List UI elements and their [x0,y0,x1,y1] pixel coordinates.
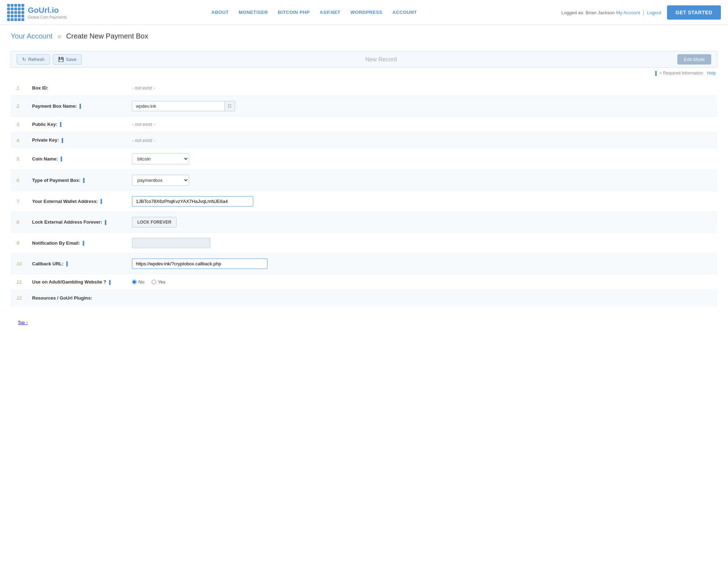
nav-wordpress[interactable]: WORDPRESS [351,10,383,15]
notification-email-input[interactable] [132,238,210,248]
required-indicator [83,241,84,246]
required-indicator [62,138,63,143]
row-num-9: 9. [11,233,29,253]
row-num-4: 4. [11,132,29,148]
table-row: 5. Coin Name: bitcoin litecoin dogecoin … [11,148,717,169]
radio-yes[interactable] [152,280,156,284]
list-icon[interactable]: ☷ [225,101,235,111]
row-value-type-of-payment-box: paymentbox donationbox invoicebox [128,169,717,191]
toolbar-center-label: New Record [85,56,677,63]
radio-no[interactable] [132,280,137,284]
my-account-link[interactable]: My Account [616,10,640,15]
lock-forever-button[interactable]: LOCK FOREVER [132,217,177,228]
required-indicator [83,178,85,183]
radio-yes-label[interactable]: Yes [152,279,166,285]
row-label-private-key: Private Key: [29,132,128,148]
required-indicator [80,104,81,109]
type-of-payment-box-select[interactable]: paymentbox donationbox invoicebox [132,175,189,186]
table-row: 3. Public Key: - not exist - [11,116,717,132]
header-links: My Account | Logout [616,10,661,15]
row-value-resources [128,290,717,306]
row-label-coin-name: Coin Name: [29,148,128,169]
radio-no-label[interactable]: No [132,279,144,285]
row-label-resources: Resources / GoUrl Plugins: [29,290,128,306]
top-link[interactable]: Top ↑ [18,320,28,325]
row-label-wallet-address: Your External Wallet Address: [29,191,128,211]
row-label-callback-url: Callback URL: [29,253,128,274]
row-value-adult-gambling: No Yes [128,274,717,290]
footer-top: Top ↑ [11,317,717,329]
header: GoUrl.io Global Coin Payments ABOUT MONE… [0,0,728,25]
table-row: 12. Resources / GoUrl Plugins: [11,290,717,306]
row-label-notification-email: Notification By Email: [29,233,128,253]
row-num-12: 12. [11,290,29,306]
logo-icon [7,4,24,21]
required-indicator [66,261,68,266]
breadcrumb: Your Account » Create New Payment Box [0,25,728,47]
row-value-public-key: - not exist - [128,116,717,132]
required-indicator [61,157,62,162]
nav-monetiser[interactable]: MONETISER [239,10,268,15]
private-key-value: - not exist - [132,138,155,143]
nav-asp-net[interactable]: ASP.NET [320,10,340,15]
save-icon: 💾 [58,57,64,62]
table-row: 4. Private Key: - not exist - [11,132,717,148]
payment-box-name-input[interactable] [132,101,225,111]
callback-url-input[interactable] [132,259,268,269]
required-indicator [109,280,111,285]
main-content: ↻ Refresh 💾 Save New Record Edit Mode = … [0,47,728,343]
refresh-button[interactable]: ↻ Refresh [17,54,50,65]
row-num-8: 8. [11,211,29,233]
nav-about[interactable]: ABOUT [212,10,229,15]
logout-link[interactable]: Logout [647,10,661,15]
row-num-2: 2. [11,96,29,116]
logo-text: GoUrl.io [28,6,67,15]
table-row: 7. Your External Wallet Address: [11,191,717,211]
row-value-coin-name: bitcoin litecoin dogecoin dash ethereum [128,148,717,169]
coin-name-select[interactable]: bitcoin litecoin dogecoin dash ethereum [132,153,189,164]
row-label-box-id: Box ID: [29,80,128,96]
row-value-payment-box-name: ☷ [128,96,717,116]
row-label-adult-gambling: Use on Adult/Gambling Website ? [29,274,128,290]
row-num-5: 5. [11,148,29,169]
row-num-3: 3. [11,116,29,132]
required-indicator [105,220,106,225]
row-num-6: 6. [11,169,29,191]
save-button[interactable]: 💾 Save [53,54,82,65]
logged-as-text: Logged as: Brian Jackson [561,10,615,15]
row-value-wallet-address [128,191,717,211]
table-row: 8. Lock External Address Forever: LOCK F… [11,211,717,233]
required-marker-icon [655,71,657,76]
wallet-address-input[interactable] [132,196,253,207]
nav-account[interactable]: ACCOUNT [392,10,417,15]
required-note: = Required Information Help [11,71,717,76]
get-started-button[interactable]: GET STARTED [667,5,721,20]
table-row: 10. Callback URL: [11,253,717,274]
required-indicator [60,122,61,127]
row-label-payment-box-name: Payment Box Name: [29,96,128,116]
save-label: Save [66,57,77,62]
breadcrumb-separator: » [57,32,61,40]
radio-no-text: No [138,279,144,285]
row-label-public-key: Public Key: [29,116,128,132]
breadcrumb-page-title: Create New Payment Box [66,32,148,40]
adult-gambling-radio-group: No Yes [132,279,714,285]
radio-yes-text: Yes [158,279,166,285]
help-link[interactable]: Help [707,71,716,76]
required-indicator [101,199,102,204]
edit-mode-button[interactable]: Edit Mode [677,54,711,65]
breadcrumb-your-account[interactable]: Your Account [11,32,52,40]
main-nav: ABOUT MONETISER BITCOIN PHP ASP.NET WORD… [212,10,417,15]
row-value-lock-address: LOCK FOREVER [128,211,717,233]
nav-bitcoin-php[interactable]: BITCOIN PHP [278,10,310,15]
header-right: Logged as: Brian Jackson My Account | Lo… [561,5,721,20]
row-value-private-key: - not exist - [128,132,717,148]
row-value-notification-email [128,233,717,253]
required-note-text: = Required Information [660,71,703,76]
public-key-value: - not exist - [132,122,155,127]
row-num-11: 11. [11,274,29,290]
row-label-type-of-payment-box: Type of Payment Box: [29,169,128,191]
toolbar: ↻ Refresh 💾 Save New Record Edit Mode [11,51,717,68]
logo-area: GoUrl.io Global Coin Payments [7,4,67,21]
table-row: 1. Box ID: - not exist - [11,80,717,96]
